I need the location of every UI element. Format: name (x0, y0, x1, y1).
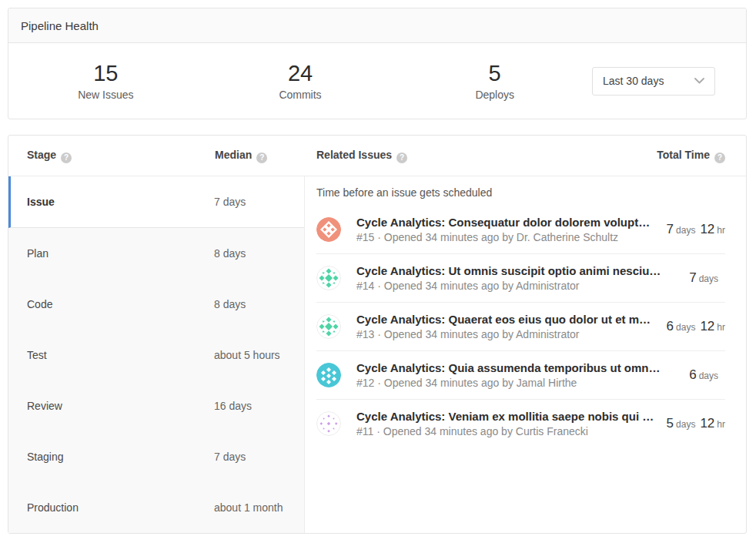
issue-meta: #14 · Opened 34 minutes ago by Administr… (356, 280, 678, 292)
author-avatar[interactable] (316, 411, 341, 436)
total-time-value: 6 (689, 367, 696, 382)
total-time-value: 12 (700, 222, 714, 236)
total-time-unit: days (676, 225, 695, 236)
total-time-value: 6 (667, 319, 674, 334)
issue-item: Cycle Analytics: Quia assumenda temporib… (316, 350, 725, 399)
author-avatar[interactable] (316, 314, 341, 339)
stat-commits-label: Commits (203, 89, 398, 101)
cycle-analytics-card: Stage? Median? Related Issues? Total Tim… (8, 135, 747, 534)
issue-meta: #15 · Opened 34 minutes ago by Dr. Cathe… (356, 231, 656, 243)
issue-item: Cycle Analytics: Veniam ex mollitia saep… (316, 399, 725, 447)
stage-row-staging[interactable]: Staging 7 days (8, 431, 304, 482)
issue-meta: #13 · Opened 34 minutes ago by Administr… (356, 328, 656, 340)
stage-row-test[interactable]: Test about 5 hours (8, 330, 304, 380)
stage-header-label: Stage (27, 149, 56, 161)
stage-row-review[interactable]: Review 16 days (8, 380, 304, 431)
stage-median: about 1 month (214, 501, 304, 514)
total-time-value: 12 (700, 416, 714, 431)
page: Pipeline Health 15 New Issues 24 Commits… (0, 0, 756, 543)
total-time-column-header: Total Time? (657, 149, 725, 163)
stage-nav: Issue 7 days Plan 8 days Code 8 days Tes… (8, 176, 305, 533)
stage-name: Production (8, 501, 214, 514)
issue-title-link[interactable]: Cycle Analytics: Quaerat eos eius quo do… (356, 313, 656, 326)
total-time-value: 7 (667, 222, 674, 236)
issue-title-link[interactable]: Cycle Analytics: Ut omnis suscipit optio… (356, 264, 678, 277)
stat-new-issues-label: New Issues (8, 89, 203, 101)
stage-description: Time before an issue gets scheduled (316, 176, 725, 206)
stage-help-icon[interactable]: ? (61, 153, 72, 163)
stage-name: Issue (11, 196, 214, 208)
issue-item: Cycle Analytics: Consequatur dolor dolor… (316, 206, 725, 253)
issue-title-link[interactable]: Cycle Analytics: Consequatur dolor dolor… (356, 216, 656, 229)
author-avatar[interactable] (316, 217, 341, 242)
author-avatar[interactable] (316, 266, 341, 290)
stage-median: about 5 hours (214, 349, 304, 361)
median-column-header: Median? (215, 149, 305, 163)
total-time-header-label: Total Time (657, 149, 710, 161)
issue-meta: #11 · Opened 34 minutes ago by Curtis Fr… (356, 425, 656, 437)
issue-item: Cycle Analytics: Quaerat eos eius quo do… (316, 302, 725, 350)
total-time-unit: days (699, 273, 718, 284)
author-avatar[interactable] (316, 363, 341, 387)
table-header-left: Stage? Median? (8, 149, 305, 163)
pipeline-health-body: 15 New Issues 24 Commits 5 Deploys Last … (8, 43, 746, 119)
stat-commits: 24 Commits (203, 61, 398, 100)
issue-total-time: 7days (689, 270, 725, 286)
stat-new-issues-value: 15 (8, 61, 203, 86)
stage-name: Review (8, 400, 214, 412)
chevron-down-icon (694, 78, 704, 84)
issue-total-time: 6days (689, 367, 725, 383)
stage-median: 8 days (214, 298, 304, 310)
total-time-unit: days (676, 419, 695, 430)
issue-total-time: 5days12hr (667, 416, 725, 431)
total-time-value: 12 (700, 319, 714, 334)
issue-total-time: 6days12hr (667, 319, 725, 334)
stage-row-production[interactable]: Production about 1 month (8, 482, 304, 533)
cycle-analytics-body: Issue 7 days Plan 8 days Code 8 days Tes… (8, 176, 746, 533)
issue-meta: #12 · Opened 34 minutes ago by Jamal Hir… (356, 377, 678, 389)
pipeline-health-title: Pipeline Health (21, 19, 99, 32)
related-issues-column-header: Related Issues? (316, 149, 407, 163)
stats-row: 15 New Issues 24 Commits 5 Deploys (8, 61, 592, 100)
stage-row-plan[interactable]: Plan 8 days (8, 228, 304, 279)
stage-row-code[interactable]: Code 8 days (8, 279, 304, 330)
issue-text: Cycle Analytics: Quaerat eos eius quo do… (356, 313, 656, 340)
stat-deploys-label: Deploys (397, 89, 592, 101)
stage-name: Code (8, 298, 214, 310)
total-time-unit: hr (717, 322, 725, 333)
total-time-unit: hr (717, 225, 725, 236)
median-help-icon[interactable]: ? (256, 153, 267, 163)
stage-median: 16 days (214, 400, 304, 412)
issue-text: Cycle Analytics: Veniam ex mollitia saep… (356, 410, 656, 437)
stage-name: Staging (8, 451, 214, 463)
issue-title-link[interactable]: Cycle Analytics: Veniam ex mollitia saep… (356, 410, 656, 423)
table-header-right: Related Issues? Total Time? (305, 149, 746, 163)
issue-text: Cycle Analytics: Quia assumenda temporib… (356, 361, 678, 389)
issue-total-time: 7days12hr (667, 222, 725, 237)
total-time-unit: days (699, 370, 718, 381)
pipeline-health-card: Pipeline Health 15 New Issues 24 Commits… (8, 8, 747, 119)
issue-text: Cycle Analytics: Consequatur dolor dolor… (356, 216, 656, 243)
stat-commits-value: 24 (203, 61, 398, 86)
related-issues-help-icon[interactable]: ? (396, 153, 407, 163)
total-time-value: 7 (689, 270, 696, 285)
stat-deploys-value: 5 (397, 61, 592, 86)
issue-text: Cycle Analytics: Ut omnis suscipit optio… (356, 264, 678, 292)
issue-item: Cycle Analytics: Ut omnis suscipit optio… (316, 253, 725, 302)
related-issues-header-label: Related Issues (316, 149, 392, 161)
date-range-selected-label: Last 30 days (603, 75, 664, 87)
stage-median: 8 days (214, 247, 304, 260)
date-range-dropdown[interactable]: Last 30 days (592, 67, 715, 96)
total-time-value: 5 (667, 416, 674, 431)
pipeline-health-header: Pipeline Health (8, 8, 746, 43)
total-time-unit: days (676, 322, 695, 333)
stat-deploys: 5 Deploys (397, 61, 592, 100)
table-header-row: Stage? Median? Related Issues? Total Tim… (8, 136, 746, 176)
total-time-help-icon[interactable]: ? (714, 153, 725, 163)
issue-title-link[interactable]: Cycle Analytics: Quia assumenda temporib… (356, 361, 678, 374)
stat-new-issues: 15 New Issues (8, 61, 203, 100)
stage-row-issue[interactable]: Issue 7 days (8, 176, 304, 228)
total-time-unit: hr (717, 419, 725, 430)
stage-median: 7 days (214, 196, 304, 208)
stage-name: Plan (8, 247, 214, 260)
